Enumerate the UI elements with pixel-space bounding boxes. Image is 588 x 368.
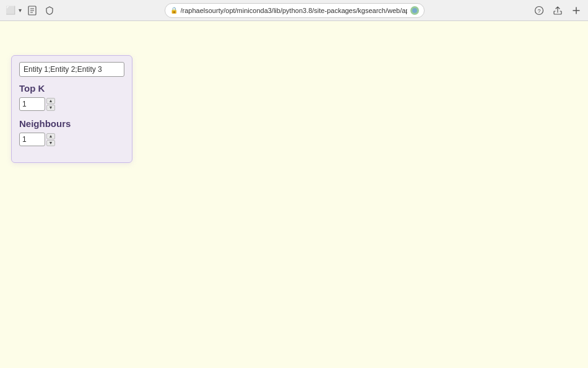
- search-card: Top K 1 ▲ ▼ Neighbours 1 ▲ ▼: [11, 55, 132, 163]
- top-k-value: 1: [19, 97, 45, 111]
- neighbours-value: 1: [19, 133, 45, 146]
- lock-icon: 🔒: [170, 7, 178, 14]
- browser-chrome: ⬜ ▾ 🔒 /raphaelsourty/opt/miniconda3/lib/…: [0, 0, 588, 21]
- neighbours-up-arrow[interactable]: ▲: [46, 133, 55, 139]
- tab-bar: ⬜ ▾: [5, 5, 22, 16]
- top-k-spinner[interactable]: ▲ ▼: [46, 98, 55, 111]
- share-icon[interactable]: [551, 4, 564, 17]
- search-input-wrapper: [19, 62, 124, 77]
- new-tab-icon[interactable]: [569, 4, 583, 17]
- browser-actions: ?: [532, 4, 583, 17]
- address-bar-container: 🔒 /raphaelsourty/opt/miniconda3/lib/pyth…: [60, 3, 529, 18]
- svg-point-4: [412, 8, 417, 13]
- page-content: Top K 1 ▲ ▼ Neighbours 1 ▲ ▼: [0, 21, 588, 368]
- svg-text:?: ?: [537, 8, 540, 14]
- top-k-row: 1 ▲ ▼: [19, 97, 124, 111]
- neighbours-down-arrow[interactable]: ▼: [46, 140, 55, 146]
- neighbours-label: Neighbours: [19, 118, 124, 129]
- help-icon[interactable]: ?: [532, 4, 546, 17]
- favicon: [410, 6, 419, 15]
- shield-icon[interactable]: [43, 4, 56, 17]
- top-k-down-arrow[interactable]: ▼: [46, 105, 55, 111]
- top-k-label: Top K: [19, 83, 124, 94]
- neighbours-spinner[interactable]: ▲ ▼: [46, 133, 55, 146]
- address-bar[interactable]: 🔒 /raphaelsourty/opt/miniconda3/lib/pyth…: [165, 3, 425, 18]
- window-tab-icon: ⬜: [5, 5, 16, 16]
- note-icon[interactable]: [25, 4, 39, 17]
- tab-dropdown-arrow[interactable]: ▾: [19, 7, 22, 14]
- entity-search-input[interactable]: [19, 62, 124, 77]
- top-k-up-arrow[interactable]: ▲: [46, 98, 55, 104]
- url-text: /raphaelsourty/opt/miniconda3/lib/python…: [181, 7, 407, 14]
- neighbours-row: 1 ▲ ▼: [19, 133, 124, 146]
